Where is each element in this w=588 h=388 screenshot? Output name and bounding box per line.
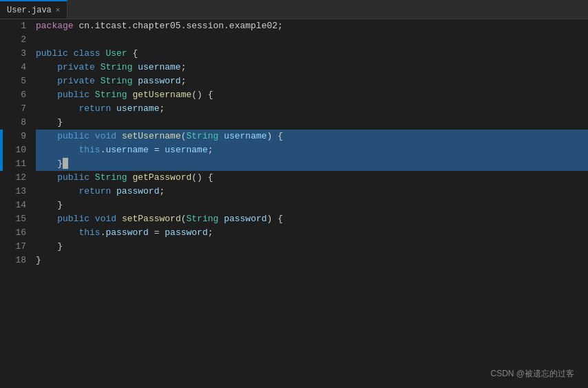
line-num-18: 18 [3, 254, 26, 267]
code-line-7: return username; [36, 102, 588, 116]
code-line-2 [36, 33, 588, 47]
line-num-5: 5 [3, 74, 26, 88]
line-num-12: 12⊖ [3, 171, 26, 185]
tab-user-java[interactable]: User.java × [0, 0, 67, 19]
line-num-14: 14 [3, 198, 26, 212]
line-num-10: 10 [3, 143, 26, 157]
line-num-11: 11 [3, 157, 26, 171]
code-line-18: } [36, 254, 588, 267]
code-line-6: public String getUsername() { [36, 88, 588, 102]
code-line-15: public void setPassword(String password)… [36, 212, 588, 226]
line-num-1: 1 [3, 19, 26, 33]
line-num-16: 16 [3, 226, 26, 240]
code-line-17: } [36, 240, 588, 254]
code-content: package cn.itcast.chapter05.session.exam… [32, 19, 588, 388]
line-num-13: 13 [3, 185, 26, 198]
code-line-10: this.username = username; [36, 143, 588, 157]
code-area: 1 2 3 4 5 6⊖ 7 8 9⊖ 10 11 12⊖ 13 14 15⊖ … [0, 19, 588, 388]
line-num-9: 9⊖ [3, 130, 26, 143]
code-line-8: } [36, 116, 588, 130]
line-num-3: 3 [3, 47, 26, 61]
line-num-17: 17 [3, 240, 26, 254]
code-line-3: public class User { [36, 47, 588, 61]
tab-bar: User.java × [0, 0, 588, 19]
line-num-6: 6⊖ [3, 88, 26, 102]
code-line-11: } [36, 157, 588, 171]
code-line-12: public String getPassword() { [36, 171, 588, 185]
code-line-14: } [36, 198, 588, 212]
code-line-16: this.password = password; [36, 226, 588, 240]
line-num-7: 7 [3, 102, 26, 116]
code-line-4: private String username; [36, 61, 588, 74]
code-line-1: package cn.itcast.chapter05.session.exam… [36, 19, 588, 33]
line-num-4: 4 [3, 61, 26, 74]
line-numbers: 1 2 3 4 5 6⊖ 7 8 9⊖ 10 11 12⊖ 13 14 15⊖ … [3, 19, 32, 388]
code-line-9: public void setUsername(String username)… [36, 130, 588, 143]
editor-container: User.java × 1 [0, 0, 588, 388]
tab-label: User.java [7, 6, 52, 15]
code-line-5: private String password; [36, 74, 588, 88]
line-num-15: 15⊖ [3, 212, 26, 226]
code-line-13: return password; [36, 185, 588, 198]
watermark: CSDN @被遗忘的过客 [490, 368, 574, 380]
line-num-8: 8 [3, 116, 26, 130]
tab-close-icon[interactable]: × [56, 6, 61, 14]
line-num-2: 2 [3, 33, 26, 47]
